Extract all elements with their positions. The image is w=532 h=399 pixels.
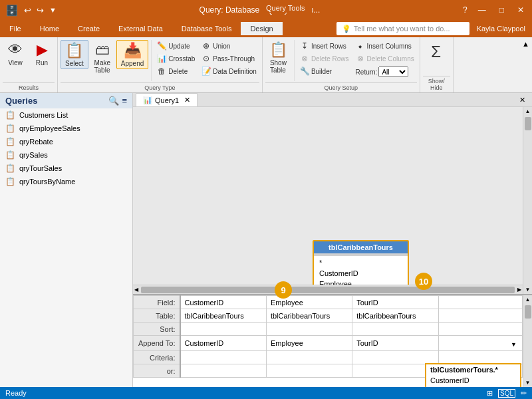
sidebar-item-employee-sales[interactable]: 📋 qryEmployeeSales [0,122,132,135]
grid-cell-criteria-0[interactable] [180,351,267,364]
sidebar-item-tours-by-name[interactable]: 📋 qryToursByName [0,175,132,188]
make-table-button[interactable]: 🗃 MakeTable [90,40,115,75]
query1-tab[interactable]: 📊 Query1 ✕ [136,93,198,106]
append-button[interactable]: 📥 Append [116,40,148,69]
query1-label: Query1 [155,96,179,104]
help-icon[interactable]: ? [463,5,467,15]
grid-cell-sort-0[interactable] [180,323,267,336]
grid-row-field: Field: CustomerID Employee TourID [134,296,523,309]
popup-item-1[interactable]: CustomerID [426,375,520,386]
show-table-label: ShowTable [270,59,287,74]
popup-item-2[interactable]: Employee [426,386,520,387]
field-star[interactable]: * [314,257,408,268]
hscroll-thumb[interactable] [141,287,515,293]
ribbon-group-query-type: 📋 Select 🗃 MakeTable 📥 Append ✏️ Update [58,37,263,92]
scroll-thumb[interactable] [525,117,531,130]
ribbon-collapse-btn[interactable]: ▲ [519,37,532,51]
grid-scroll-up[interactable]: ▲ [524,295,532,304]
update-button[interactable]: ✏️ Update [154,40,198,52]
sidebar-menu-icon[interactable]: ≡ [122,96,127,106]
grid-cell-field-2[interactable]: TourID [352,296,438,309]
insert-rows-icon: ↧ [300,41,309,51]
pass-through-button[interactable]: ⊙ Pass-Through [199,53,259,65]
tab-database-tools[interactable]: Database Tools [172,22,241,35]
delete-button[interactable]: 🗑 Delete [154,65,198,77]
insert-rows-button[interactable]: ↧ Insert Rows [297,40,352,52]
close-query-area[interactable]: ✕ [515,94,529,106]
grid-cell-criteria-1[interactable] [266,351,352,364]
data-definition-button[interactable]: 📝 Data Definition [199,65,259,77]
builder-label: Builder [311,68,332,75]
sidebar-item-customers-list[interactable]: 📋 Customers List [0,108,132,122]
grid-cell-append-3[interactable]: ▼ [438,336,522,351]
minimize-btn[interactable]: — [475,5,489,15]
tab-create[interactable]: Create [68,22,109,35]
delete-columns-label: Delete Columns [367,55,414,63]
grid-cell-sort-3[interactable] [438,323,522,336]
select-button[interactable]: 📋 Select [61,40,88,69]
grid-scroll-thumb[interactable] [525,305,531,319]
sidebar-item-rebate[interactable]: 📋 qryRebate [0,135,132,148]
view-button[interactable]: 👁 View [3,40,28,68]
grid-cell-or-1[interactable] [266,364,352,378]
grid-cell-sort-1[interactable] [266,323,352,336]
lightbulb-icon: 💡 [342,25,351,33]
tab-design[interactable]: Design [241,22,282,35]
design-view-icon[interactable]: ✏ [521,389,527,398]
insert-columns-label: Insert Columns [367,43,412,50]
insert-columns-button[interactable]: ⬥ Insert Columns [353,40,417,52]
delete-columns-button[interactable]: ⊗ Delete Columns [353,53,417,65]
query-canvas: 9 tblCaribbeanTours * CustomerID Employe… [133,107,532,294]
grid-cell-table-0[interactable]: tblCaribbeanTours [180,309,267,323]
run-button[interactable]: ▶ Run [29,40,55,68]
grid-cell-sort-2[interactable] [352,323,438,336]
grid-view-icon[interactable]: ⊞ [487,389,493,398]
tab-external-data[interactable]: External Data [109,22,172,35]
totals-button[interactable]: Σ [423,40,450,64]
tab-home[interactable]: Home [31,22,68,35]
redo-icon[interactable]: ↪ [37,5,44,15]
grid-cell-table-1[interactable]: tblCaribbeanTours [266,309,352,323]
popup-item-0[interactable]: tblCustomerTours.* [426,364,520,375]
select-icon: 📋 [65,42,83,59]
sidebar-search-icon[interactable]: 🔍 [108,96,119,106]
hscroll-right[interactable]: ▶ [517,287,521,293]
sidebar-item-sales[interactable]: 📋 qrySales [0,148,132,162]
grid-cell-or-0[interactable] [180,364,267,378]
union-button[interactable]: ⊕ Union [199,40,259,52]
tab-file[interactable]: File [0,22,31,35]
show-table-button[interactable]: 📋 ShowTable [265,40,291,75]
grid-scroll-down[interactable]: ▼ [524,378,532,387]
more-icon[interactable]: ▼ [49,6,57,14]
sidebar-item-tour-sales[interactable]: 📋 qryTourSales [0,162,132,175]
grid-cell-append-0[interactable]: CustomerID [180,336,267,351]
sql-view-icon[interactable]: SQL [498,389,515,398]
hscroll-left[interactable]: ◀ [134,287,138,293]
crosstab-button[interactable]: 📊 Crosstab [154,53,198,65]
grid-cell-append-2[interactable]: TourID [352,336,438,351]
builder-button[interactable]: 🔧 Builder [297,65,352,77]
tell-me-box[interactable]: 💡 Tell me what you want to do... [336,22,469,35]
grid-cell-criteria-2[interactable] [352,351,438,364]
view-icon: 👁 [8,41,23,59]
scroll-up[interactable]: ▲ [524,107,532,116]
undo-icon[interactable]: ↩ [24,5,31,15]
grid-cell-append-1[interactable]: Employee [266,336,352,351]
ribbon-group-query-setup: 📋 ShowTable ↧ Insert Rows ⊗ Delete Rows … [263,37,420,92]
field-customerid[interactable]: CustomerID [314,268,408,279]
delete-rows-button[interactable]: ⊗ Delete Rows [297,53,352,65]
grid-cell-table-3[interactable] [438,309,522,323]
maximize-btn[interactable]: □ [497,5,507,15]
query1-close[interactable]: ✕ [184,96,190,104]
grid-cell-criteria-3[interactable] [438,351,522,364]
ribbon: 👁 View ▶ Run Results 📋 Select 🗃 MakeT [0,37,532,93]
scroll-down[interactable]: ▼ [524,285,532,294]
dropdown-cell[interactable]: ▼ [443,337,518,348]
delete-label: Delete [168,68,188,75]
grid-cell-field-0[interactable]: CustomerID [180,296,267,309]
return-select[interactable]: All525100 [378,66,408,77]
grid-cell-table-2[interactable]: tblCaribbeanTours [352,309,438,323]
close-btn[interactable]: ✕ [515,5,527,15]
grid-cell-field-3[interactable] [438,296,522,309]
delete-icon: 🗑 [157,66,166,76]
